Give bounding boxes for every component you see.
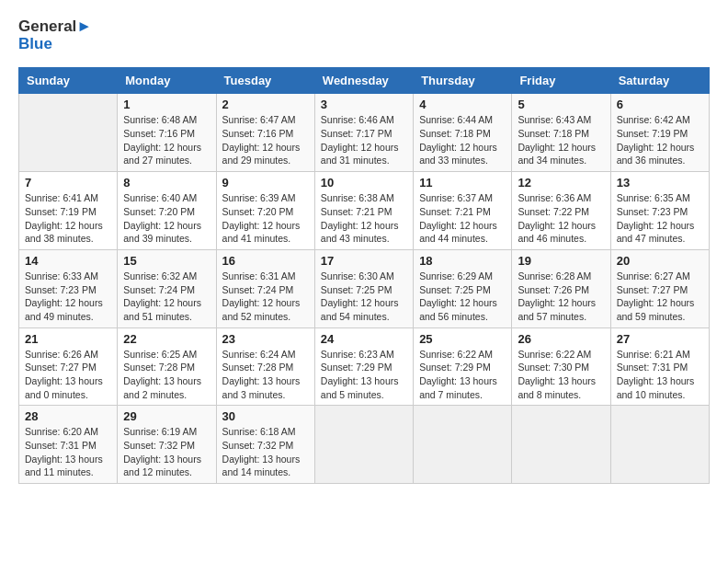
day-number: 22 bbox=[123, 332, 210, 346]
calendar-day-cell: 23Sunrise: 6:24 AMSunset: 7:28 PMDayligh… bbox=[216, 327, 314, 406]
day-info: Sunrise: 6:31 AMSunset: 7:24 PMDaylight:… bbox=[222, 270, 309, 324]
logo-general: General► bbox=[18, 18, 92, 36]
day-number: 20 bbox=[617, 254, 703, 268]
day-info: Sunrise: 6:38 AMSunset: 7:21 PMDaylight:… bbox=[321, 191, 407, 246]
calendar-day-cell: 2Sunrise: 6:47 AMSunset: 7:16 PMDaylight… bbox=[216, 94, 314, 172]
day-number: 9 bbox=[222, 176, 309, 190]
calendar-day-cell: 8Sunrise: 6:40 AMSunset: 7:20 PMDaylight… bbox=[118, 172, 216, 250]
calendar-day-cell: 12Sunrise: 6:36 AMSunset: 7:22 PMDayligh… bbox=[512, 172, 610, 250]
calendar-day-cell: 19Sunrise: 6:28 AMSunset: 7:26 PMDayligh… bbox=[512, 249, 610, 327]
day-number: 10 bbox=[321, 176, 407, 190]
day-info: Sunrise: 6:36 AMSunset: 7:22 PMDaylight:… bbox=[518, 191, 604, 246]
day-number: 1 bbox=[123, 98, 210, 111]
day-info: Sunrise: 6:25 AMSunset: 7:28 PMDaylight:… bbox=[123, 348, 210, 402]
day-info: Sunrise: 6:41 AMSunset: 7:19 PMDaylight:… bbox=[25, 191, 111, 246]
day-number: 8 bbox=[123, 176, 210, 190]
day-number: 29 bbox=[123, 409, 210, 423]
weekday-header: Friday bbox=[512, 68, 610, 94]
calendar-day-cell: 3Sunrise: 6:46 AMSunset: 7:17 PMDaylight… bbox=[314, 94, 413, 172]
day-number: 21 bbox=[25, 332, 111, 346]
day-info: Sunrise: 6:27 AMSunset: 7:27 PMDaylight:… bbox=[617, 270, 703, 324]
day-info: Sunrise: 6:22 AMSunset: 7:29 PMDaylight:… bbox=[419, 348, 506, 402]
calendar-day-cell: 21Sunrise: 6:26 AMSunset: 7:27 PMDayligh… bbox=[19, 327, 118, 406]
calendar-day-cell: 17Sunrise: 6:30 AMSunset: 7:25 PMDayligh… bbox=[314, 249, 413, 327]
day-number: 27 bbox=[617, 332, 703, 346]
day-info: Sunrise: 6:33 AMSunset: 7:23 PMDaylight:… bbox=[25, 270, 111, 324]
day-number: 17 bbox=[321, 254, 407, 268]
day-info: Sunrise: 6:32 AMSunset: 7:24 PMDaylight:… bbox=[123, 270, 210, 324]
calendar-week-row: 14Sunrise: 6:33 AMSunset: 7:23 PMDayligh… bbox=[19, 249, 710, 327]
day-info: Sunrise: 6:40 AMSunset: 7:20 PMDaylight:… bbox=[123, 191, 210, 246]
day-number: 25 bbox=[419, 332, 506, 346]
day-number: 18 bbox=[419, 254, 506, 268]
calendar-day-cell: 27Sunrise: 6:21 AMSunset: 7:31 PMDayligh… bbox=[610, 327, 709, 406]
calendar-day-cell: 22Sunrise: 6:25 AMSunset: 7:28 PMDayligh… bbox=[118, 327, 216, 406]
day-number: 19 bbox=[518, 254, 604, 268]
day-info: Sunrise: 6:18 AMSunset: 7:32 PMDaylight:… bbox=[222, 425, 309, 479]
calendar-day-cell bbox=[414, 406, 512, 484]
calendar-day-cell: 10Sunrise: 6:38 AMSunset: 7:21 PMDayligh… bbox=[314, 172, 413, 250]
day-number: 4 bbox=[419, 98, 506, 111]
calendar-day-cell: 24Sunrise: 6:23 AMSunset: 7:29 PMDayligh… bbox=[314, 327, 413, 406]
day-info: Sunrise: 6:20 AMSunset: 7:31 PMDaylight:… bbox=[25, 425, 111, 479]
day-info: Sunrise: 6:44 AMSunset: 7:18 PMDaylight:… bbox=[419, 113, 506, 167]
calendar-day-cell: 26Sunrise: 6:22 AMSunset: 7:30 PMDayligh… bbox=[512, 327, 610, 406]
logo-blue: Blue bbox=[18, 36, 92, 53]
logo: General► Blue bbox=[18, 18, 92, 52]
calendar-day-cell: 5Sunrise: 6:43 AMSunset: 7:18 PMDaylight… bbox=[512, 94, 610, 172]
calendar-day-cell: 1Sunrise: 6:48 AMSunset: 7:16 PMDaylight… bbox=[118, 94, 216, 172]
calendar-day-cell bbox=[610, 406, 709, 484]
calendar-day-cell: 6Sunrise: 6:42 AMSunset: 7:19 PMDaylight… bbox=[610, 94, 709, 172]
day-info: Sunrise: 6:24 AMSunset: 7:28 PMDaylight:… bbox=[222, 348, 309, 402]
day-info: Sunrise: 6:26 AMSunset: 7:27 PMDaylight:… bbox=[25, 348, 111, 402]
day-number: 23 bbox=[222, 332, 309, 346]
calendar-day-cell: 13Sunrise: 6:35 AMSunset: 7:23 PMDayligh… bbox=[610, 172, 709, 250]
day-number: 3 bbox=[321, 98, 407, 111]
day-info: Sunrise: 6:30 AMSunset: 7:25 PMDaylight:… bbox=[321, 270, 407, 324]
day-number: 7 bbox=[25, 176, 111, 190]
calendar-day-cell: 20Sunrise: 6:27 AMSunset: 7:27 PMDayligh… bbox=[610, 249, 709, 327]
day-info: Sunrise: 6:47 AMSunset: 7:16 PMDaylight:… bbox=[222, 113, 309, 167]
calendar-day-cell bbox=[19, 94, 118, 172]
day-number: 15 bbox=[123, 254, 210, 268]
calendar-week-row: 1Sunrise: 6:48 AMSunset: 7:16 PMDaylight… bbox=[19, 94, 710, 172]
day-number: 13 bbox=[617, 176, 703, 190]
calendar-day-cell bbox=[314, 406, 413, 484]
calendar-day-cell: 4Sunrise: 6:44 AMSunset: 7:18 PMDaylight… bbox=[414, 94, 512, 172]
calendar-week-row: 28Sunrise: 6:20 AMSunset: 7:31 PMDayligh… bbox=[19, 406, 710, 484]
calendar-day-cell: 11Sunrise: 6:37 AMSunset: 7:21 PMDayligh… bbox=[414, 172, 512, 250]
day-number: 30 bbox=[222, 409, 309, 423]
day-info: Sunrise: 6:21 AMSunset: 7:31 PMDaylight:… bbox=[617, 348, 703, 402]
day-info: Sunrise: 6:35 AMSunset: 7:23 PMDaylight:… bbox=[617, 191, 703, 246]
calendar-day-cell bbox=[512, 406, 610, 484]
day-number: 2 bbox=[222, 98, 309, 111]
day-info: Sunrise: 6:39 AMSunset: 7:20 PMDaylight:… bbox=[222, 191, 309, 246]
day-number: 24 bbox=[321, 332, 407, 346]
calendar-week-row: 7Sunrise: 6:41 AMSunset: 7:19 PMDaylight… bbox=[19, 172, 710, 250]
day-info: Sunrise: 6:46 AMSunset: 7:17 PMDaylight:… bbox=[321, 113, 407, 167]
calendar-day-cell: 18Sunrise: 6:29 AMSunset: 7:25 PMDayligh… bbox=[414, 249, 512, 327]
day-number: 6 bbox=[617, 98, 703, 111]
weekday-header: Monday bbox=[118, 68, 216, 94]
day-number: 14 bbox=[25, 254, 111, 268]
calendar-header-row: SundayMondayTuesdayWednesdayThursdayFrid… bbox=[19, 68, 710, 94]
calendar-day-cell: 14Sunrise: 6:33 AMSunset: 7:23 PMDayligh… bbox=[19, 249, 118, 327]
calendar-day-cell: 30Sunrise: 6:18 AMSunset: 7:32 PMDayligh… bbox=[216, 406, 314, 484]
calendar-day-cell: 15Sunrise: 6:32 AMSunset: 7:24 PMDayligh… bbox=[118, 249, 216, 327]
day-info: Sunrise: 6:28 AMSunset: 7:26 PMDaylight:… bbox=[518, 270, 604, 324]
calendar-day-cell: 9Sunrise: 6:39 AMSunset: 7:20 PMDaylight… bbox=[216, 172, 314, 250]
calendar-day-cell: 16Sunrise: 6:31 AMSunset: 7:24 PMDayligh… bbox=[216, 249, 314, 327]
weekday-header: Saturday bbox=[610, 68, 709, 94]
weekday-header: Wednesday bbox=[314, 68, 413, 94]
day-info: Sunrise: 6:23 AMSunset: 7:29 PMDaylight:… bbox=[321, 348, 407, 402]
day-info: Sunrise: 6:43 AMSunset: 7:18 PMDaylight:… bbox=[518, 113, 604, 167]
weekday-header: Thursday bbox=[414, 68, 512, 94]
day-number: 26 bbox=[518, 332, 604, 346]
page-header: General► Blue bbox=[18, 18, 710, 52]
calendar-day-cell: 29Sunrise: 6:19 AMSunset: 7:32 PMDayligh… bbox=[118, 406, 216, 484]
day-number: 11 bbox=[419, 176, 506, 190]
calendar-day-cell: 7Sunrise: 6:41 AMSunset: 7:19 PMDaylight… bbox=[19, 172, 118, 250]
day-info: Sunrise: 6:29 AMSunset: 7:25 PMDaylight:… bbox=[419, 270, 506, 324]
day-number: 28 bbox=[25, 409, 111, 423]
day-info: Sunrise: 6:37 AMSunset: 7:21 PMDaylight:… bbox=[419, 191, 506, 246]
